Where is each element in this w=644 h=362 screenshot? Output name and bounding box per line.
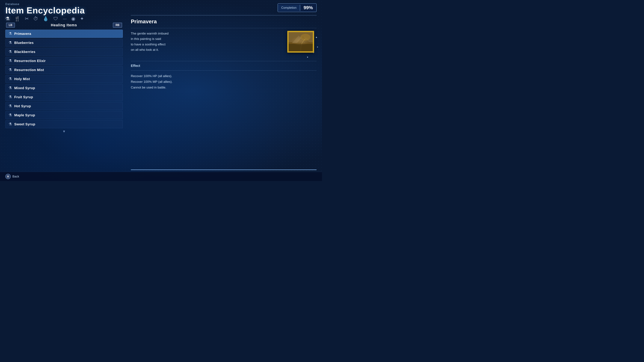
item-icon-sweet-syrup: ⚗	[8, 122, 12, 126]
header: Database Item Encyclopedia	[5, 3, 85, 15]
effect-text: Recover 100% HP (all allies). Recover 10…	[131, 73, 317, 90]
item-name-resurrection-mist: Resurrection Mist	[14, 68, 44, 72]
detail-content: The gentle warmth imbued in this paintin…	[131, 31, 317, 58]
category-icons-bar: ⚗ 🍴 ✂ ⏱ 💧 🛡 ··· ◉ ✦	[5, 16, 84, 21]
potion-icon[interactable]: ⚗	[5, 16, 10, 21]
svg-point-4	[300, 34, 310, 40]
effect-line-1: Recover 100% HP (all allies).	[131, 73, 317, 79]
list-item[interactable]: ⚗ Mixed Syrup	[5, 84, 123, 92]
item-name-holy-mist: Holy Mist	[14, 77, 30, 81]
svg-marker-3	[297, 36, 310, 43]
item-name-sweet-syrup: Sweet Syrup	[14, 122, 36, 126]
sparkle-icon-6: ✦	[306, 56, 308, 58]
list-item[interactable]: ⚗ Holy Mist	[5, 75, 123, 83]
item-name-mixed-syrup: Mixed Syrup	[14, 86, 35, 90]
nav-row: LB Healing Items RB	[5, 23, 123, 28]
list-item[interactable]: ⚗ Maple Syrup	[5, 111, 123, 119]
item-name-fruit-syrup: Fruit Syrup	[14, 95, 33, 99]
effect-line-2: Recover 100% MP (all allies).	[131, 79, 317, 85]
b-button-icon: B	[5, 174, 11, 179]
list-item[interactable]: ⚗ Fruit Syrup	[5, 93, 123, 101]
list-item[interactable]: ⚗ Hot Syrup	[5, 102, 123, 110]
bottom-bar: B Back	[0, 172, 322, 181]
list-item[interactable]: ⚗ Resurrection Elixir	[5, 57, 123, 65]
detail-title: Primavera	[131, 18, 317, 25]
item-name-hot-syrup: Hot Syrup	[14, 104, 31, 108]
page-title: Item Encyclopedia	[5, 6, 85, 15]
item-icon-maple-syrup: ⚗	[8, 113, 12, 117]
sword-icon[interactable]: ✂	[25, 16, 29, 21]
detail-divider-1	[131, 28, 317, 28]
right-panel: Primavera The gentle warmth imbued in th…	[131, 15, 317, 171]
completion-badge: Completion 99%	[278, 3, 317, 12]
list-item[interactable]: ⚗ Blueberries	[5, 39, 123, 47]
item-painting	[287, 31, 314, 53]
list-item[interactable]: ⚗ Primavera	[5, 30, 123, 38]
effect-section: Effect Recover 100% HP (all allies). Rec…	[131, 64, 317, 90]
effect-line-3: Cannot be used in battle.	[131, 85, 317, 90]
ellipsis-icon[interactable]: ···	[63, 16, 66, 21]
svg-rect-5	[289, 44, 313, 51]
item-icon-resurrection-mist: ⚗	[8, 68, 12, 72]
left-panel: LB Healing Items RB ⚗ Primavera ⚗ Bluebe…	[5, 23, 123, 171]
nav-right-button[interactable]: RB	[113, 23, 122, 28]
item-name-resurrection-elixir: Resurrection Elixir	[14, 59, 46, 63]
item-name-blackberries: Blackberries	[14, 50, 36, 54]
item-icon-mixed-syrup: ⚗	[8, 86, 12, 90]
scroll-bar[interactable]	[131, 169, 317, 170]
sparkle2-icon[interactable]: ✦	[80, 16, 84, 21]
database-label: Database	[5, 3, 85, 6]
item-icon-hot-syrup: ⚗	[8, 104, 12, 108]
detail-description: The gentle warmth imbued in this paintin…	[131, 31, 280, 52]
item-name-primavera: Primavera	[14, 32, 31, 36]
detail-divider-2	[131, 61, 317, 61]
back-label: Back	[12, 175, 19, 178]
top-divider	[131, 15, 317, 15]
list-item[interactable]: ⚗ Blackberries	[5, 48, 123, 56]
svg-rect-1	[289, 32, 313, 42]
item-name-blueberries: Blueberries	[14, 41, 34, 45]
clock-icon[interactable]: ⏱	[33, 16, 38, 21]
category-title: Healing Items	[51, 23, 77, 27]
list-item[interactable]: ⚗ Resurrection Mist	[5, 66, 123, 74]
shield-icon[interactable]: 🛡	[53, 16, 58, 21]
sparkle-icon-4: ✦	[317, 46, 318, 48]
item-icon-blackberries: ⚗	[8, 50, 12, 54]
droplet-icon[interactable]: 💧	[43, 16, 49, 21]
list-item[interactable]: ⚗ Sweet Syrup	[5, 120, 123, 128]
item-icon-fruit-syrup: ⚗	[8, 95, 12, 99]
item-icon-holy-mist: ⚗	[8, 77, 12, 81]
completion-label: Completion	[278, 5, 300, 11]
scroll-bar-thumb	[131, 169, 317, 170]
item-list: ⚗ Primavera ⚗ Blueberries ⚗ Blackberries…	[5, 30, 123, 128]
item-name-maple-syrup: Maple Syrup	[14, 113, 35, 117]
sparkle-icon-3: ✦	[315, 36, 318, 39]
completion-value: 99%	[300, 4, 316, 12]
effect-label: Effect	[131, 64, 317, 68]
scroll-down-indicator: ▼	[5, 130, 123, 133]
screen: Database Item Encyclopedia Completion 99…	[0, 0, 322, 181]
item-icon-blueberries: ⚗	[8, 40, 12, 45]
nav-left-button[interactable]: LB	[6, 23, 15, 28]
bomb-icon[interactable]: ◉	[71, 16, 75, 21]
svg-marker-2	[292, 35, 306, 43]
back-button[interactable]: B Back	[5, 174, 19, 179]
item-icon-resurrection-elixir: ⚗	[8, 59, 12, 63]
item-icon-primavera: ⚗	[8, 31, 12, 36]
item-image-frame: ✦ ✦ ✦ ✦ ✦ ✦	[285, 31, 317, 58]
utensils-icon[interactable]: 🍴	[14, 16, 20, 21]
